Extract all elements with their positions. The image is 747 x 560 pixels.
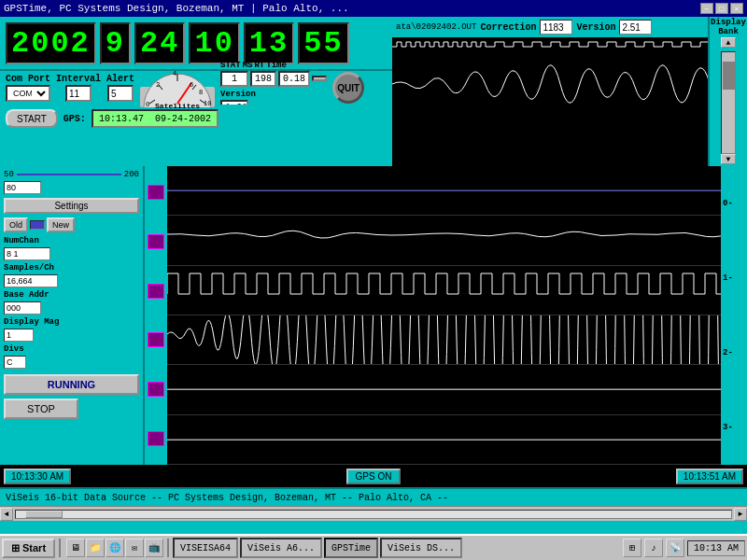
alert-input[interactable] bbox=[107, 85, 134, 102]
start-time-display[interactable]: 10:13:30 AM bbox=[4, 469, 71, 484]
taskbar-item-gpstime[interactable]: GPSTime bbox=[324, 538, 378, 558]
top-waveform-display bbox=[392, 37, 708, 166]
scale-input[interactable] bbox=[4, 181, 41, 194]
quick-launch-3[interactable]: 🌐 bbox=[106, 539, 124, 557]
seismo-channel-6 bbox=[167, 415, 721, 465]
scroll-bar[interactable] bbox=[721, 51, 736, 154]
old-new-row: Old New bbox=[4, 217, 139, 232]
window-controls: − □ × bbox=[700, 3, 743, 14]
gps-on-button[interactable]: GPS ON bbox=[346, 469, 402, 484]
controls-row: Com Port COM1 Interval Alert bbox=[0, 71, 392, 105]
taskbar-item-viseis-ds[interactable]: ViSeis DS... bbox=[380, 538, 462, 558]
scroll-up-arrow[interactable]: ▲ bbox=[721, 37, 736, 48]
new-button[interactable]: New bbox=[47, 217, 75, 232]
taskbar: ⊞ Start 🖥 📁 🌐 ✉ 📺 VISEISA64 ViSeis A6...… bbox=[0, 534, 747, 560]
taskbar-divider-2 bbox=[167, 539, 169, 557]
num-chan-input[interactable] bbox=[4, 247, 50, 260]
seismo-container: 0- 1- 2- 3- bbox=[145, 166, 747, 465]
quick-launch-4[interactable]: ✉ bbox=[125, 539, 144, 557]
channel-sel-3[interactable] bbox=[148, 284, 164, 299]
scroll-thumb[interactable] bbox=[723, 62, 736, 90]
tray-icon-1[interactable]: ⊞ bbox=[623, 539, 641, 557]
maximize-button[interactable]: □ bbox=[715, 3, 728, 14]
com-port-select[interactable]: COM1 bbox=[6, 85, 50, 102]
main-window: 2002 9 24 10 13 55 Com Port COM1 Interva… bbox=[0, 17, 747, 560]
alert-label: Alert bbox=[106, 74, 134, 84]
day-display: 24 bbox=[134, 22, 185, 64]
disp-mag-input[interactable] bbox=[4, 329, 34, 342]
channel-sel-5[interactable] bbox=[148, 382, 164, 397]
old-button[interactable]: Old bbox=[4, 217, 28, 232]
num-chan-label: NumChan bbox=[4, 236, 139, 245]
quick-launch-5[interactable]: 📺 bbox=[145, 539, 163, 557]
scale-row: 50 200 bbox=[4, 170, 139, 179]
channel-sel-6[interactable] bbox=[148, 431, 164, 446]
quit-button[interactable]: QUIT bbox=[332, 72, 364, 104]
svg-text:8: 8 bbox=[199, 89, 203, 96]
ms-label: MS bbox=[243, 61, 253, 70]
end-time-display[interactable]: 10:13:51 AM bbox=[676, 469, 743, 484]
samples-input[interactable] bbox=[4, 274, 58, 287]
interval-input[interactable] bbox=[65, 85, 92, 102]
wave-svg-4 bbox=[167, 315, 721, 364]
seismo-channel-5 bbox=[167, 365, 721, 414]
windows-logo: ⊞ bbox=[11, 542, 20, 554]
tray-icon-2[interactable]: ♪ bbox=[644, 539, 663, 557]
stat-label: STAT bbox=[220, 61, 241, 70]
window-title: GPSTime, PC Systems Design, Bozeman, MT … bbox=[4, 3, 349, 14]
divs-input[interactable] bbox=[4, 356, 26, 369]
h-scroll-track[interactable] bbox=[15, 510, 732, 519]
waveform-area bbox=[167, 166, 721, 465]
channel-sel-4[interactable] bbox=[148, 332, 164, 347]
year-display: 2002 bbox=[6, 22, 96, 64]
gps-time-display: 10:13.47 09-24-2002 bbox=[92, 109, 218, 128]
base-addr-input[interactable] bbox=[4, 301, 41, 315]
hour-display: 10 bbox=[189, 22, 239, 64]
seismo-channel-3 bbox=[167, 266, 721, 315]
quick-launch-2[interactable]: 📁 bbox=[86, 539, 105, 557]
base-addr-label: Base Addr bbox=[4, 290, 139, 300]
status-text: ViSeis 16-bit Data Source -- PC Systems … bbox=[6, 493, 448, 503]
svg-text:2: 2 bbox=[156, 81, 160, 89]
scroll-left-button[interactable]: ◄ bbox=[0, 508, 13, 521]
running-button[interactable]: RUNNING bbox=[4, 374, 139, 395]
stop-button[interactable]: STOP bbox=[4, 399, 78, 419]
taskbar-item-viseisa64[interactable]: VISEISA64 bbox=[173, 538, 238, 558]
minute-display: 13 bbox=[244, 22, 294, 64]
start-button[interactable]: START bbox=[6, 109, 58, 128]
seismo-channel-4 bbox=[167, 315, 721, 365]
scroll-down-arrow[interactable]: ▼ bbox=[721, 154, 736, 164]
minimize-button[interactable]: − bbox=[700, 3, 713, 14]
rt-label: RT bbox=[254, 61, 264, 70]
scroll-right-button[interactable]: ► bbox=[734, 508, 747, 521]
taskbar-clock: 10:13 AM bbox=[687, 540, 745, 556]
quick-launch-1[interactable]: 🖥 bbox=[66, 539, 85, 557]
tick-2: 2- bbox=[723, 348, 745, 357]
samples-label: Samples/Ch bbox=[4, 263, 139, 273]
version-label: Version bbox=[576, 22, 615, 33]
h-scrollbar[interactable]: ◄ ► bbox=[0, 506, 747, 521]
display-bank-label: DisplayBank bbox=[711, 19, 746, 37]
settings-button[interactable]: Settings bbox=[4, 198, 139, 214]
channel-sel-2[interactable] bbox=[148, 234, 164, 249]
stat-value: 1 bbox=[220, 71, 248, 87]
taskbar-divider bbox=[59, 539, 61, 557]
channel-sel-1[interactable] bbox=[148, 185, 164, 200]
version-input[interactable] bbox=[619, 20, 652, 35]
correction-label: Correction bbox=[480, 22, 536, 33]
close-button[interactable]: × bbox=[730, 3, 743, 14]
wave-svg-5 bbox=[167, 365, 721, 413]
top-right-area: ata\02092402.OUT Correction Version bbox=[392, 17, 708, 166]
correction-input[interactable] bbox=[540, 20, 572, 35]
content-area: 50 200 Settings Old New NumChan Samples/… bbox=[0, 166, 747, 465]
divs-label: Divs bbox=[4, 344, 139, 354]
top-section: 2002 9 24 10 13 55 Com Port COM1 Interva… bbox=[0, 17, 747, 166]
interval-label: Interval bbox=[56, 74, 101, 84]
tray-icon-3[interactable]: 📡 bbox=[666, 539, 684, 557]
disp-mag-label: Display Mag bbox=[4, 317, 139, 327]
ms-value: 198 bbox=[250, 71, 276, 87]
right-ticks: 0- 1- 2- 3- bbox=[721, 166, 747, 465]
taskbar-item-viseis-a6[interactable]: ViSeis A6... bbox=[240, 538, 322, 558]
start-menu-button[interactable]: ⊞ Start bbox=[2, 539, 55, 558]
h-scroll-thumb[interactable] bbox=[25, 511, 63, 518]
